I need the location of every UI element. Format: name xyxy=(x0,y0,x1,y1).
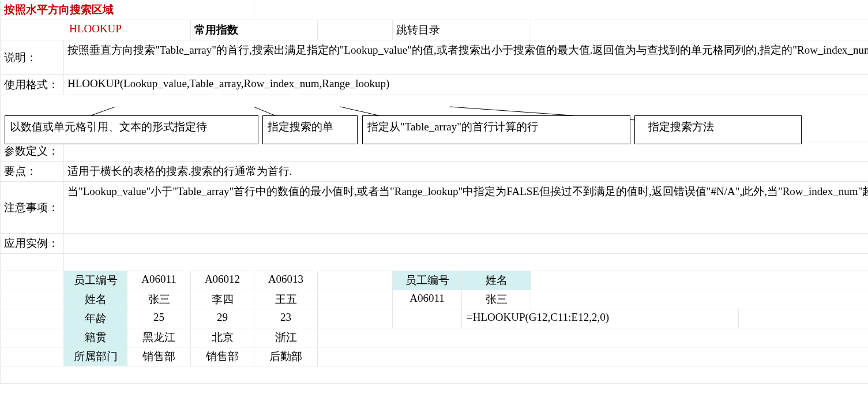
tbl1-rowhdr-2: 年龄 xyxy=(64,309,127,328)
tbl1-c0r2: 25 xyxy=(127,309,191,328)
tbl2-r0c1: 张三 xyxy=(462,290,531,309)
lookup-formula: =HLOOKUP(G12,C11:E12,2,0) xyxy=(462,309,739,328)
tooltip-range-lookup: 指定搜索方法 xyxy=(634,115,802,144)
tbl1-rowhdr-0: 员工编号 xyxy=(64,271,127,290)
tbl1-c0r0: A06011 xyxy=(127,271,191,290)
label-description: 说明： xyxy=(1,40,64,75)
points-text: 适用于横长的表格的搜索.搜索的行通常为首行. xyxy=(64,162,869,182)
page-title: 按照水平方向搜索区域 xyxy=(1,0,254,20)
tbl2-r0c0: A06011 xyxy=(393,290,462,309)
tbl1-c0r4: 销售部 xyxy=(127,347,191,366)
tooltip-lookup-value: 以数值或单元格引用、文本的形式指定待 xyxy=(5,115,258,144)
tbl1-c2r1: 王五 xyxy=(254,290,318,309)
notes-text: 当"Lookup_value"小于"Table_array"首行中的数值的最小值… xyxy=(64,182,869,234)
tbl1-rowhdr-3: 籍贯 xyxy=(64,328,127,347)
tbl1-c2r3: 浙江 xyxy=(254,328,318,347)
nav-link[interactable]: 跳转目录 xyxy=(393,20,531,40)
description-text: 按照垂直方向搜索"Table_array"的首行,搜索出满足指定的"Lookup… xyxy=(64,40,869,75)
tbl1-c1r0: A06012 xyxy=(191,271,254,290)
label-points: 要点： xyxy=(1,162,64,182)
label-example: 应用实例： xyxy=(1,234,64,254)
function-name: HLOOKUP xyxy=(1,20,191,40)
tbl1-c1r1: 李四 xyxy=(191,290,254,309)
tbl1-c2r2: 23 xyxy=(254,309,318,328)
tbl1-c2r0: A06013 xyxy=(254,271,318,290)
label-notes: 注意事项： xyxy=(1,182,64,234)
tbl1-c1r3: 北京 xyxy=(191,328,254,347)
tbl1-rowhdr-4: 所属部门 xyxy=(64,347,127,366)
tbl1-c1r2: 29 xyxy=(191,309,254,328)
tbl1-c2r4: 后勤部 xyxy=(254,347,318,366)
tooltip-table-array: 指定搜索的单 xyxy=(262,115,358,144)
tbl1-c0r1: 张三 xyxy=(127,290,191,309)
label-usage: 使用格式： xyxy=(1,75,64,95)
tbl1-c1r4: 销售部 xyxy=(191,347,254,366)
tbl1-c0r3: 黑龙江 xyxy=(127,328,191,347)
usage-formula: HLOOKUP(Lookup_value,Table_array,Row_ind… xyxy=(64,75,869,95)
tbl1-rowhdr-1: 姓名 xyxy=(64,290,127,309)
tbl2-hdr-0: 员工编号 xyxy=(393,271,462,290)
frequency-label: 常用指数 xyxy=(191,20,318,40)
tooltip-row-index: 指定从"Table_array"的首行计算的行 xyxy=(362,115,630,144)
tbl2-hdr-1: 姓名 xyxy=(462,271,531,290)
